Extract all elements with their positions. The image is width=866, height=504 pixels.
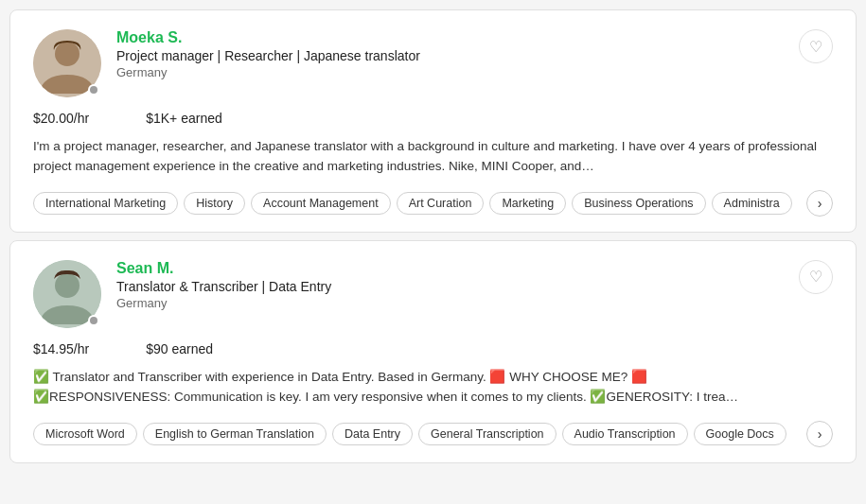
description-sean: ✅ Translator and Transcriber with experi… — [33, 368, 833, 408]
tags-row-sean: Microsoft WordEnglish to German Translat… — [33, 421, 833, 447]
avatar-wrapper-sean — [33, 260, 101, 328]
freelancer-title-sean: Translator & Transcriber | Data Entry — [116, 279, 784, 294]
favorite-button-moeka[interactable]: ♡ — [799, 29, 833, 63]
tag-moeka-1[interactable]: History — [184, 192, 245, 215]
tags-row-moeka: International MarketingHistoryAccount Ma… — [33, 190, 833, 217]
tag-sean-1[interactable]: English to German Translation — [143, 423, 327, 445]
online-indicator-moeka — [88, 84, 99, 96]
avatar-wrapper-moeka — [33, 29, 101, 97]
favorite-button-sean[interactable]: ♡ — [799, 260, 833, 294]
freelancer-location-sean: Germany — [116, 296, 784, 310]
rate-sean: $14.95/hr — [33, 341, 89, 356]
freelancer-name-moeka[interactable]: Moeka S. — [116, 29, 784, 46]
freelancer-card-sean: Sean M. Translator & Transcriber | Data … — [9, 240, 857, 463]
tag-sean-4[interactable]: Audio Transcription — [562, 423, 688, 445]
more-tags-button-sean[interactable]: › — [806, 421, 833, 447]
description-sean-line2: ✅RESPONSIVENESS: Communication is key. I… — [33, 390, 738, 404]
tag-sean-5[interactable]: Google Docs — [694, 423, 786, 445]
tag-moeka-6[interactable]: Administra — [712, 192, 792, 215]
tag-sean-3[interactable]: General Transcription — [418, 423, 557, 445]
description-moeka: I'm a project manager, researcher, and J… — [33, 137, 833, 177]
svg-point-3 — [55, 273, 80, 298]
profile-info-sean: Sean M. Translator & Transcriber | Data … — [116, 260, 784, 310]
earned-moeka: $1K+ earned — [146, 111, 222, 126]
tag-moeka-5[interactable]: Business Operations — [572, 192, 705, 215]
earned-sean: $90 earned — [146, 341, 213, 356]
rate-moeka: $20.00/hr — [33, 111, 89, 126]
svg-point-1 — [55, 42, 80, 66]
profile-info-moeka: Moeka S. Project manager | Researcher | … — [116, 29, 784, 79]
freelancer-title-moeka: Project manager | Researcher | Japanese … — [116, 48, 784, 63]
tag-moeka-0[interactable]: International Marketing — [33, 192, 178, 215]
more-tags-button-moeka[interactable]: › — [806, 190, 833, 217]
freelancer-list: Moeka S. Project manager | Researcher | … — [9, 9, 857, 463]
description-sean-line1: ✅ Translator and Transcriber with experi… — [33, 370, 647, 384]
tag-moeka-3[interactable]: Art Curation — [397, 192, 485, 215]
freelancer-location-moeka: Germany — [116, 65, 784, 79]
stats-row-sean: $14.95/hr $90 earned — [33, 341, 833, 356]
stats-row-moeka: $20.00/hr $1K+ earned — [33, 111, 833, 126]
freelancer-name-sean[interactable]: Sean M. — [116, 260, 784, 277]
tag-moeka-4[interactable]: Marketing — [489, 192, 566, 215]
online-indicator-sean — [88, 315, 99, 326]
freelancer-card-moeka: Moeka S. Project manager | Researcher | … — [9, 9, 857, 233]
tag-moeka-2[interactable]: Account Management — [251, 192, 391, 215]
tag-sean-0[interactable]: Microsoft Word — [33, 423, 137, 445]
tag-sean-2[interactable]: Data Entry — [332, 423, 413, 445]
